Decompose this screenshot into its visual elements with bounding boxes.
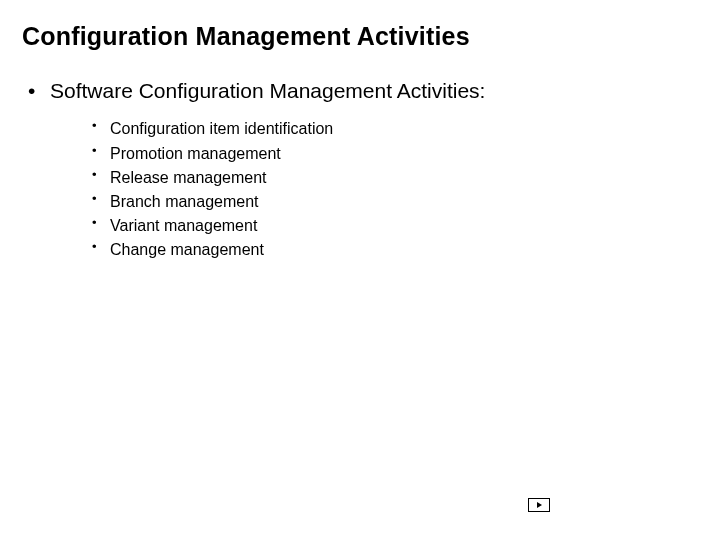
play-icon xyxy=(528,498,550,512)
bullet-level1: Software Configuration Management Activi… xyxy=(22,77,698,105)
slide-title: Configuration Management Activities xyxy=(22,22,698,51)
slide: Configuration Management Activities Soft… xyxy=(0,0,720,540)
list-item: Change management xyxy=(92,238,698,261)
list-item: Configuration item identification xyxy=(92,117,698,140)
sub-bullet-list: Configuration item identification Promot… xyxy=(22,117,698,261)
list-item: Branch management xyxy=(92,190,698,213)
list-item: Variant management xyxy=(92,214,698,237)
list-item: Promotion management xyxy=(92,142,698,165)
list-item: Release management xyxy=(92,166,698,189)
